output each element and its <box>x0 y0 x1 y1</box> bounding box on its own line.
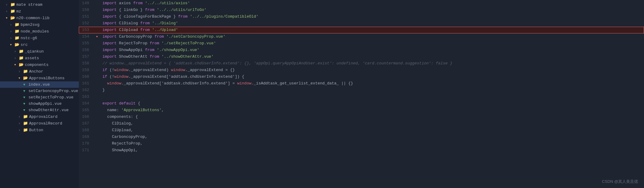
sidebar-label: showAppOpi.vue <box>28 101 79 106</box>
sidebar-item-ApprovalButtons[interactable]: ▾📂ApprovalButtons <box>0 75 79 81</box>
token: import <box>102 8 117 12</box>
error-indicator <box>94 67 100 73</box>
folder-icon: 📁 <box>10 9 15 14</box>
token: ClUpload <box>117 28 140 32</box>
token <box>150 21 152 26</box>
sidebar-item-ApprovalRecord[interactable]: ›📁ApprovalRecord <box>0 120 79 127</box>
error-indicator <box>94 87 100 94</box>
token: from <box>140 28 150 32</box>
sidebar-item-mate-stream[interactable]: ›📁mate stream <box>0 1 79 8</box>
error-indicator <box>94 0 100 7</box>
sidebar-item-Button[interactable]: ›📁Button <box>0 127 79 133</box>
sidebar-label: node_modules <box>21 29 79 34</box>
error-indicator: ● <box>94 33 100 40</box>
line-content: import ShowAppOpi from './showAppOpi.vue… <box>100 47 644 53</box>
token: from <box>133 1 142 5</box>
token <box>117 101 119 106</box>
line-content: } <box>100 87 644 94</box>
token: './showAppOpi.vue' <box>157 48 199 52</box>
token: ._approvalExtend = {} <box>185 68 235 72</box>
sidebar-item-nstc-g6[interactable]: ›📁nstc-g6 <box>0 35 79 41</box>
token: window <box>114 74 128 79</box>
sidebar-label: setRejectToProp.vue <box>28 95 79 100</box>
chevron-right-icon: › <box>8 36 13 40</box>
code-line: 150import { linkGo } from '../../utils/u… <box>79 7 644 13</box>
token: '../showOtherAttr.vue' <box>162 54 214 59</box>
token: { <box>135 101 140 106</box>
folder-icon: 📁 <box>23 121 28 126</box>
sidebar-label: Button <box>29 128 79 132</box>
token: if <box>102 68 107 72</box>
sidebar-item-index.vue[interactable]: ▼index.vue <box>0 81 79 88</box>
token: './setRejectToProp.vue' <box>162 41 216 46</box>
line-number: 157 <box>79 53 94 60</box>
token: (! <box>107 68 114 72</box>
error-indicator <box>94 53 100 60</box>
token: from <box>155 34 164 39</box>
sidebar-label: bpmn2svg <box>21 22 79 27</box>
code-line: 155import RejectToProp from './setReject… <box>79 40 644 47</box>
token: import <box>102 28 117 32</box>
token: ShowAppOpi, <box>102 148 138 152</box>
sidebar-item-setRejectToProp.vue[interactable]: ▼setRejectToProp.vue <box>0 94 79 101</box>
line-content: if (!window._approvalExtend) window._app… <box>100 67 644 73</box>
token: window <box>114 68 128 72</box>
error-indicator <box>94 120 100 127</box>
line-content: import RejectToProp from './setRejectToP… <box>100 40 644 47</box>
sidebar-item-assets[interactable]: ›📁assets <box>0 55 79 61</box>
sidebar-item-showOtherAttr.vue[interactable]: ▼showOtherAttr.vue <box>0 107 79 113</box>
token <box>188 14 190 19</box>
error-indicator <box>94 20 100 27</box>
line-content: import ClUpload from '../Upload' <box>100 27 644 33</box>
sidebar-label: mz <box>16 9 79 14</box>
sidebar-item-showAppOpi.vue[interactable]: ▼showAppOpi.vue <box>0 101 79 107</box>
sidebar-item-Anchor[interactable]: ›📁Anchor <box>0 68 79 75</box>
sidebar-item-n20-common-lib[interactable]: ▾📂n20-common-lib <box>0 15 79 21</box>
sidebar-item-src[interactable]: ▾📂src <box>0 41 79 48</box>
code-line: 166 components: { <box>79 114 644 120</box>
token: ClUpload, <box>102 128 133 132</box>
error-indicator <box>94 134 100 140</box>
line-number: 166 <box>79 114 94 120</box>
sidebar-item-setCarboncopyProp.vue[interactable]: ▼setCarboncopyProp.vue <box>0 88 79 94</box>
sidebar-item-bpmn2svg[interactable]: ›📁bpmn2svg <box>0 21 79 28</box>
line-number: 156 <box>79 47 94 53</box>
code-line: 151import { closeTagsForBackPage } from … <box>79 13 644 20</box>
error-indicator <box>94 13 100 20</box>
error-indicator <box>94 140 100 147</box>
line-number: 160 <box>79 73 94 80</box>
sidebar-label: src <box>21 43 79 47</box>
sidebar-label: showOtherAttr.vue <box>28 108 79 112</box>
sidebar-label: mate stream <box>16 2 79 7</box>
token: ._approvalExtend['addtask.chdUserInfo.ex… <box>128 74 244 79</box>
line-number: 153 <box>79 27 94 33</box>
folder-icon: 📁 <box>23 69 28 74</box>
code-line: 167 ClDialog, <box>79 120 644 127</box>
token: import <box>102 41 117 46</box>
token: import <box>102 34 117 39</box>
sidebar-item-ApprovalCard[interactable]: ›📁ApprovalCard <box>0 113 79 120</box>
line-number: 161 <box>79 80 94 87</box>
folder-icon: 📁 <box>19 56 24 60</box>
sidebar-item-node_modules[interactable]: ›📁node_modules <box>0 28 79 35</box>
sidebar-item-mz[interactable]: ›📁mz <box>0 8 79 15</box>
chevron-right-icon: › <box>17 115 22 119</box>
sidebar-item-_qiankun[interactable]: ›📁_qiankun <box>0 48 79 55</box>
line-number: 164 <box>79 100 94 107</box>
error-indicator <box>94 114 100 120</box>
line-number: 167 <box>79 120 94 127</box>
chevron-right-icon: › <box>17 121 22 126</box>
sidebar-label: nstc-g6 <box>21 36 79 40</box>
error-indicator <box>94 94 100 100</box>
code-line: 153import ClUpload from '../Upload' <box>79 27 644 33</box>
line-content: if (!window._approvalExtend['addtask.chd… <box>100 73 644 80</box>
token: '../Dialog' <box>152 21 178 26</box>
token: from <box>145 8 154 12</box>
sidebar-label: index.vue <box>28 82 79 87</box>
token: 'ApprovalButtons' <box>121 108 162 112</box>
code-line: 158// window._approvalExtend = { 'addtas… <box>79 60 644 67</box>
sidebar-label: Anchor <box>29 69 79 74</box>
sidebar-item-components[interactable]: ▾📂components <box>0 61 79 68</box>
line-content: import { linkGo } from '../../utils/urlT… <box>100 7 644 13</box>
code-editor: 149import axios from '../../utils/axios'… <box>79 0 644 188</box>
